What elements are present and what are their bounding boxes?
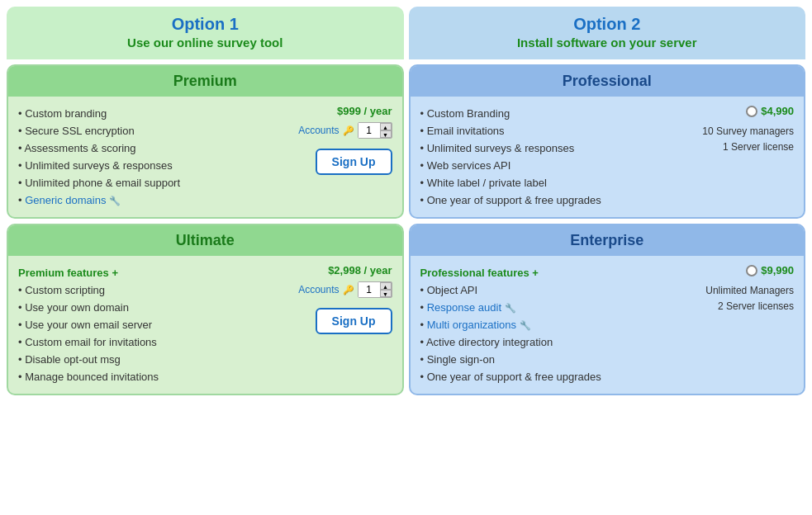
premium-feature-6: Generic domains 🔧 <box>18 191 285 209</box>
enterprise-feature-4: Active directory integration <box>420 333 671 351</box>
enterprise-radio-price-row: $9,990 <box>746 264 794 276</box>
enterprise-highlight: Professional features + <box>420 264 671 281</box>
enterprise-price: $9,990 <box>761 264 794 276</box>
enterprise-body: Professional features + Object API Respo… <box>411 256 805 394</box>
ultimate-body: Premium features + Custom scripting Use … <box>8 256 402 394</box>
professional-feature-2: Email invitations <box>420 122 671 139</box>
premium-feature-5: Unlimited phone & email support <box>18 174 285 191</box>
ultimate-feature-6: Manage bounced invitations <box>18 368 285 385</box>
premium-feature-3: Assessments & scoring <box>18 139 285 157</box>
ultimate-spinner-up[interactable]: ▲ <box>380 282 392 290</box>
premium-feature-4: Unlimited surveys & responses <box>18 157 285 174</box>
premium-accounts-row: Accounts 🔑 ▲ ▼ <box>298 122 392 139</box>
professional-feature-4: Web services API <box>420 157 671 174</box>
ultimate-feature-2: Use your own domain <box>18 299 285 316</box>
premium-spinner-up[interactable]: ▲ <box>380 123 392 130</box>
premium-price: $999 / year <box>337 105 392 117</box>
response-audit-icon: 🔧 <box>505 303 516 313</box>
ultimate-accounts-input[interactable] <box>359 282 380 297</box>
premium-accounts-input[interactable] <box>359 123 380 138</box>
ultimate-card: Ultimate Premium features + Custom scrip… <box>7 224 404 395</box>
premium-header: Premium <box>8 66 402 97</box>
enterprise-features: Professional features + Object API Respo… <box>420 264 671 385</box>
ultimate-features: Premium features + Custom scripting Use … <box>18 264 285 385</box>
ultimate-spinner-buttons: ▲ ▼ <box>380 282 392 297</box>
ultimate-highlight: Premium features + <box>18 264 285 281</box>
option2-column: Option 2 Install software on your server… <box>409 7 806 395</box>
premium-accounts-label: Accounts <box>298 125 339 136</box>
enterprise-managers: Unlimited Managers <box>705 283 794 299</box>
ultimate-feature-4: Custom email for invitations <box>18 333 285 351</box>
premium-spinner-down[interactable]: ▼ <box>380 130 392 138</box>
professional-radio-price-row: $4,990 <box>746 105 794 117</box>
ultimate-header: Ultimate <box>8 225 402 256</box>
enterprise-feature-1: Object API <box>420 281 671 299</box>
option2-subtitle: Install software on your server <box>415 35 800 50</box>
generic-domains-link[interactable]: Generic domains <box>25 194 106 206</box>
professional-card: Professional Custom Branding Email invit… <box>409 64 806 219</box>
response-audit-link[interactable]: Response audit <box>427 301 501 314</box>
professional-detail: 10 Survey managers 1 Server license <box>702 124 794 155</box>
enterprise-feature-2: Response audit 🔧 <box>420 299 671 316</box>
professional-header: Professional <box>411 66 805 97</box>
premium-body: Custom branding Secure SSL encryption As… <box>8 97 402 217</box>
ultimate-feature-3: Use your own email server <box>18 316 285 333</box>
ultimate-accounts-label: Accounts <box>298 284 339 295</box>
professional-managers: 10 Survey managers <box>702 124 794 139</box>
premium-right: $999 / year Accounts 🔑 ▲ ▼ Sign Up <box>293 105 392 209</box>
premium-signup-button[interactable]: Sign Up <box>316 149 392 175</box>
enterprise-radio[interactable] <box>746 265 757 276</box>
option1-header: Option 1 Use our online survey tool <box>7 7 404 59</box>
ultimate-signup-button[interactable]: Sign Up <box>316 308 392 334</box>
premium-feature-1: Custom branding <box>18 105 285 122</box>
professional-body: Custom Branding Email invitations Unlimi… <box>411 97 805 217</box>
ultimate-accounts-group[interactable]: ▲ ▼ <box>358 281 392 298</box>
premium-feature-2: Secure SSL encryption <box>18 122 285 139</box>
ultimate-feature-1: Custom scripting <box>18 281 285 299</box>
multi-org-icon: 🔧 <box>520 320 531 330</box>
professional-features: Custom Branding Email invitations Unlimi… <box>420 105 671 209</box>
professional-license: 1 Server license <box>702 139 794 155</box>
enterprise-feature-6: One year of support & free upgrades <box>420 368 671 385</box>
enterprise-feature-3: Multi organizations 🔧 <box>420 316 671 333</box>
professional-feature-5: White label / private label <box>420 174 671 191</box>
option1-title: Option 1 <box>13 15 397 34</box>
ultimate-right: $2,998 / year Accounts 🔑 ▲ ▼ Sign Up <box>293 264 392 385</box>
enterprise-card: Enterprise Professional features + Objec… <box>409 224 806 395</box>
option2-header: Option 2 Install software on your server <box>409 7 806 59</box>
enterprise-header: Enterprise <box>411 225 805 256</box>
enterprise-feature-5: Single sign-on <box>420 351 671 368</box>
ultimate-spinner-down[interactable]: ▼ <box>380 290 392 297</box>
option1-subtitle: Use our online survey tool <box>13 35 397 50</box>
enterprise-right: $9,990 Unlimited Managers 2 Server licen… <box>678 264 794 385</box>
multi-organizations-link[interactable]: Multi organizations <box>427 319 516 331</box>
ultimate-feature-5: Disable opt-out msg <box>18 351 285 368</box>
premium-key-icon: 🔑 <box>343 125 354 136</box>
enterprise-detail: Unlimited Managers 2 Server licenses <box>705 283 794 314</box>
premium-card: Premium Custom branding Secure SSL encry… <box>7 64 404 219</box>
professional-right: $4,990 10 Survey managers 1 Server licen… <box>678 105 794 209</box>
professional-feature-3: Unlimited surveys & responses <box>420 139 671 157</box>
ultimate-key-icon: 🔑 <box>343 285 354 295</box>
premium-features: Custom branding Secure SSL encryption As… <box>18 105 285 209</box>
ultimate-price: $2,998 / year <box>328 264 392 276</box>
option1-column: Option 1 Use our online survey tool Prem… <box>7 7 404 395</box>
professional-feature-6: One year of support & free upgrades <box>420 191 671 209</box>
professional-feature-1: Custom Branding <box>420 105 671 122</box>
professional-price: $4,990 <box>761 105 794 117</box>
enterprise-license: 2 Server licenses <box>705 299 794 314</box>
generic-domains-icon: 🔧 <box>109 196 121 206</box>
premium-accounts-group[interactable]: ▲ ▼ <box>358 122 392 139</box>
premium-spinner-buttons: ▲ ▼ <box>380 123 392 138</box>
option2-title: Option 2 <box>415 15 800 34</box>
ultimate-accounts-row: Accounts 🔑 ▲ ▼ <box>298 281 392 298</box>
professional-radio[interactable] <box>746 106 757 117</box>
